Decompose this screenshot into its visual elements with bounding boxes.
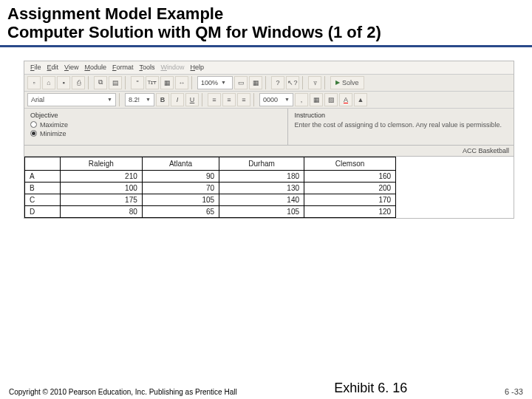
table-icon[interactable]: ▦ <box>310 93 323 106</box>
format-dropdown[interactable]: 0000 ▼ <box>259 93 293 106</box>
cell[interactable]: 160 <box>304 170 396 182</box>
align-right-icon[interactable]: ≡ <box>237 93 250 106</box>
separator <box>119 93 122 106</box>
table-row: C 175 105 140 170 <box>25 194 396 205</box>
table-header-row: Raleigh Atlanta Durham Clemson <box>25 157 396 170</box>
cell[interactable]: 70 <box>142 182 219 194</box>
menu-tools[interactable]: Tools <box>139 64 154 72</box>
cell[interactable]: 130 <box>219 182 304 194</box>
settings-panel: Objective Maximize Minimize Instruction … <box>24 109 514 146</box>
radio-icon <box>30 130 37 137</box>
toolbar-main: ▫ ⌂ ▪ ⎙ ⧉ ▤ " Tɪᴛ ▦ ↔ 100% ▼ ▭ ▦ ? ↖? ⍒ … <box>24 75 514 92</box>
maximize-option[interactable]: Maximize <box>30 121 282 129</box>
objective-panel: Objective Maximize Minimize <box>24 109 288 145</box>
cell[interactable]: 120 <box>304 205 396 217</box>
open-icon[interactable]: ⌂ <box>42 76 55 89</box>
instruction-panel: Instruction Enter the cost of assigning … <box>288 109 514 145</box>
font-dropdown[interactable]: Arial ▼ <box>27 93 116 106</box>
fontcolor-icon[interactable]: A <box>339 93 352 106</box>
whatsthis-icon[interactable]: ↖? <box>286 76 299 89</box>
slide-title: Assignment Model Example Computer Soluti… <box>0 0 532 47</box>
cell[interactable]: 170 <box>304 194 396 205</box>
align-left-icon[interactable]: ≡ <box>208 93 221 106</box>
row-label-b[interactable]: B <box>25 182 61 194</box>
instruction-label: Instruction <box>294 112 508 119</box>
grid2-icon[interactable]: ▦ <box>249 76 262 89</box>
title-icon[interactable]: Tɪᴛ <box>146 76 159 89</box>
paste-icon[interactable]: ▤ <box>109 76 122 89</box>
snap-icon[interactable]: ↔ <box>175 76 188 89</box>
row-label-d[interactable]: D <box>25 205 61 217</box>
page-number: 6 -33 <box>505 387 523 396</box>
cell[interactable]: 105 <box>219 205 304 217</box>
cell[interactable]: 200 <box>304 182 396 194</box>
autosize-icon[interactable]: ▭ <box>234 76 248 89</box>
menu-view[interactable]: View <box>64 64 78 72</box>
col-raleigh: Raleigh <box>60 157 142 170</box>
cell[interactable]: 100 <box>60 182 142 194</box>
new-icon[interactable]: ▫ <box>27 76 41 89</box>
menu-help[interactable]: Help <box>190 64 204 72</box>
font-value: Arial <box>31 96 44 103</box>
print-icon[interactable]: ⎙ <box>72 76 85 89</box>
toolbar-format: Arial ▼ 8.2! ▼ B I U ≡ ≡ ≡ 0000 ▼ , ▦ ▧ … <box>24 92 514 109</box>
table-row: D 80 65 105 120 <box>25 205 396 217</box>
cell[interactable]: 80 <box>60 205 142 217</box>
align-center-icon[interactable]: ≡ <box>222 93 236 106</box>
menu-file[interactable]: File <box>30 64 41 72</box>
separator <box>202 93 205 106</box>
grid-icon[interactable]: ▦ <box>160 76 174 89</box>
col-clemson: Clemson <box>304 157 396 170</box>
cell[interactable]: 90 <box>142 170 219 182</box>
table-corner <box>25 157 61 170</box>
menu-module[interactable]: Module <box>84 64 106 72</box>
cell[interactable]: 180 <box>219 170 304 182</box>
fontsize-value: 8.2! <box>129 96 140 103</box>
copy-icon[interactable]: ⧉ <box>94 76 107 89</box>
format-value: 0000 <box>263 96 278 103</box>
solve-label: Solve <box>342 79 359 86</box>
menu-edit[interactable]: Edit <box>47 64 59 72</box>
cell[interactable]: 210 <box>60 170 142 182</box>
menubar: File Edit View Module Format Tools Windo… <box>24 61 514 75</box>
cell[interactable]: 175 <box>60 194 142 205</box>
zoom-dropdown[interactable]: 100% ▼ <box>197 76 233 89</box>
chevron-down-icon: ▼ <box>146 97 151 102</box>
data-sheet: Raleigh Atlanta Durham Clemson A 210 90 … <box>24 157 514 218</box>
underline-icon[interactable]: U <box>185 93 199 106</box>
separator <box>265 76 268 89</box>
chevron-down-icon: ▼ <box>107 97 112 102</box>
menu-window[interactable]: Window <box>160 64 184 72</box>
table-row: B 100 70 130 200 <box>25 182 396 194</box>
cell[interactable]: 105 <box>142 194 219 205</box>
minimize-option[interactable]: Minimize <box>30 130 282 137</box>
radio-icon <box>30 121 37 128</box>
row-label-a[interactable]: A <box>25 170 61 182</box>
play-icon: ▶ <box>335 79 340 86</box>
separator <box>191 76 194 89</box>
copyright-text: Copyright © 2010 Pearson Education, Inc.… <box>9 388 237 396</box>
italic-icon[interactable]: I <box>171 93 184 106</box>
help-icon[interactable]: ? <box>271 76 284 89</box>
quote-icon[interactable]: " <box>131 76 144 89</box>
tree-icon[interactable]: ⍒ <box>308 76 321 89</box>
fontsize-dropdown[interactable]: 8.2! ▼ <box>125 93 154 106</box>
save-icon[interactable]: ▪ <box>57 76 70 89</box>
slide-title-line1: Assignment Model Example <box>7 4 525 23</box>
chevron-down-icon: ▼ <box>284 97 290 102</box>
col-durham: Durham <box>219 157 304 170</box>
bold-icon[interactable]: B <box>156 93 169 106</box>
separator <box>125 76 128 89</box>
cell[interactable]: 140 <box>219 194 304 205</box>
row-label-c[interactable]: C <box>25 194 61 205</box>
data-table[interactable]: Raleigh Atlanta Durham Clemson A 210 90 … <box>24 157 396 218</box>
cell[interactable]: 65 <box>142 205 219 217</box>
app-window: File Edit View Module Format Tools Windo… <box>24 61 514 219</box>
separator <box>302 76 305 89</box>
comma-icon[interactable]: , <box>295 93 308 106</box>
fill-icon[interactable]: ▧ <box>324 93 338 106</box>
solve-button[interactable]: ▶ Solve <box>330 76 364 89</box>
objective-label: Objective <box>30 112 282 119</box>
menu-format[interactable]: Format <box>112 64 134 72</box>
bgcolor-icon[interactable]: ▲ <box>354 93 367 106</box>
